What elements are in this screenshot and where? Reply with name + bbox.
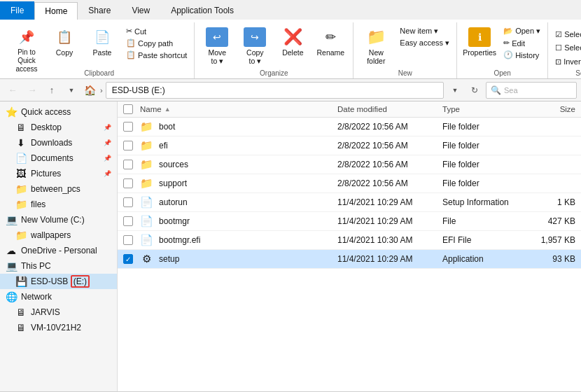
autorun-checkbox[interactable] [123, 197, 133, 207]
sidebar-item-esd-usb[interactable]: 💾 ESD-USB (E:) [0, 274, 117, 289]
sidebar-item-pictures[interactable]: 🖼 Pictures 📌 [0, 166, 117, 181]
sidebar-item-between-pcs[interactable]: 📁 between_pcs [0, 181, 117, 197]
copy-path-button[interactable]: 📋 Copy path [123, 37, 190, 49]
setup-checkbox[interactable]: ✓ [123, 254, 133, 264]
file-row-boot[interactable]: 📁 boot 2/8/2022 10:56 AM File folder [118, 118, 581, 136]
sidebar-item-network[interactable]: 🌐 Network [0, 289, 117, 304]
file-row-sources[interactable]: 📁 sources 2/8/2022 10:56 AM File folder [118, 155, 581, 174]
sources-folder-icon: 📁 [140, 158, 153, 171]
file-row-autorun[interactable]: 📄 autorun 11/4/2021 10:29 AM Setup Infor… [118, 193, 581, 212]
sidebar: ⭐ Quick access 🖥 Desktop 📌 ⬇ Downloads 📌… [0, 102, 118, 391]
sources-checkbox[interactable] [123, 160, 133, 169]
header-name[interactable]: Name ▲ [140, 105, 337, 113]
address-path-text: ESD-USB (E:) [112, 85, 165, 95]
copy-to-button[interactable]: ↪ Copyto ▾ [237, 25, 273, 67]
sidebar-item-quick-access[interactable]: ⭐ Quick access [0, 104, 117, 120]
setup-date: 11/4/2021 10:29 AM [337, 254, 442, 264]
bootmgr-efi-name: bootmgr.efi [159, 235, 200, 245]
ribbon-group-new: 📁 Newfolder New item ▾ Easy access ▾ New [354, 22, 457, 78]
file-row-support[interactable]: 📁 support 2/8/2022 10:56 AM File folder [118, 174, 581, 193]
tab-apptools[interactable]: Application Tools [160, 1, 244, 20]
sidebar-label-between-pcs: between_pcs [31, 184, 111, 194]
search-placeholder: Sea [504, 86, 518, 94]
header-type[interactable]: Type [442, 105, 526, 113]
paste-button[interactable]: 📄 Paste [84, 25, 120, 59]
bootmgr-size: 427 KB [526, 216, 575, 226]
boot-folder-icon: 📁 [140, 120, 153, 133]
sources-date: 2/8/2022 10:56 AM [337, 160, 442, 169]
copy-button[interactable]: 📋 Copy [46, 25, 83, 59]
sidebar-label-files: files [31, 200, 111, 209]
efi-name: efi [159, 141, 168, 150]
move-to-button[interactable]: ↩ Moveto ▾ [199, 25, 235, 67]
sidebar-item-this-pc[interactable]: 💻 This PC [0, 258, 117, 274]
invert-selection-button[interactable]: ⊡ Invert selection [552, 56, 581, 68]
copy-path-icon: 📋 [126, 38, 136, 48]
between-pcs-icon: 📁 [15, 183, 27, 195]
tab-file[interactable]: File [0, 1, 34, 20]
sidebar-item-jarvis[interactable]: 🖥 JARVIS [0, 304, 117, 320]
autorun-type: Setup Information [442, 197, 526, 207]
sidebar-item-vm[interactable]: 🖥 VM-10V21H2 [0, 320, 117, 335]
header-checkbox-box[interactable] [123, 104, 133, 114]
address-dropdown-button[interactable]: ▼ [447, 82, 463, 99]
rename-icon: ✏ [319, 27, 342, 47]
easy-access-button[interactable]: Easy access ▾ [397, 37, 452, 49]
sidebar-item-downloads[interactable]: ⬇ Downloads 📌 [0, 135, 117, 150]
bootmgr-efi-date: 11/4/2021 10:30 AM [337, 235, 442, 245]
new-folder-button[interactable]: 📁 Newfolder [358, 25, 394, 67]
efi-checkbox[interactable] [123, 141, 133, 150]
file-row-bootmgr[interactable]: 📄 bootmgr 11/4/2021 10:29 AM File 427 KB [118, 212, 581, 231]
new-item-button[interactable]: New item ▾ [397, 25, 452, 37]
file-row-bootmgr-efi[interactable]: 📄 bootmgr.efi 11/4/2021 10:30 AM EFI Fil… [118, 231, 581, 250]
setup-type: Application [442, 254, 526, 264]
wallpapers-icon: 📁 [15, 230, 27, 241]
copy-label: Copy [56, 48, 74, 57]
sources-type: File folder [442, 160, 526, 169]
history-button[interactable]: 🕐 History [500, 49, 543, 61]
open-button[interactable]: 📂 Open ▾ [500, 25, 543, 37]
properties-button[interactable]: ℹ Properties [461, 25, 498, 59]
sidebar-item-documents[interactable]: 📄 Documents 📌 [0, 150, 117, 166]
desktop-pin-icon: 📌 [104, 124, 111, 131]
select-all-button[interactable]: ☑ Select all [552, 29, 581, 41]
sidebar-item-wallpapers[interactable]: 📁 wallpapers [0, 227, 117, 243]
boot-checkbox[interactable] [123, 122, 133, 132]
network-icon: 🌐 [6, 291, 17, 302]
cut-button[interactable]: ✂ Cut [123, 25, 190, 37]
search-box[interactable]: 🔍 Sea [486, 82, 577, 99]
sidebar-item-onedrive[interactable]: ☁ OneDrive - Personal [0, 243, 117, 258]
bootmgr-efi-checkbox[interactable] [123, 235, 133, 245]
pin-to-quick-access-button[interactable]: 📌 Pin to Quickaccess [8, 25, 45, 76]
sidebar-label-wallpapers: wallpapers [31, 230, 111, 240]
header-size[interactable]: Size [526, 105, 575, 113]
bootmgr-efi-file-icon: 📄 [140, 234, 153, 246]
edit-button[interactable]: ✏ Edit [500, 37, 543, 49]
paste-shortcut-button[interactable]: 📋 Paste shortcut [123, 49, 190, 61]
downloads-icon: ⬇ [15, 137, 27, 148]
tab-share[interactable]: Share [78, 1, 121, 20]
tab-view[interactable]: View [121, 1, 160, 20]
refresh-button[interactable]: ↻ [466, 82, 483, 99]
quick-access-icon: ⭐ [6, 106, 17, 118]
support-checkbox[interactable] [123, 178, 133, 188]
select-none-button[interactable]: ☐ Select none [552, 42, 581, 54]
sidebar-item-files[interactable]: 📁 files [0, 197, 117, 212]
sidebar-item-new-volume[interactable]: 💻 New Volume (C:) [0, 212, 117, 227]
rename-button[interactable]: ✏ Rename [312, 25, 349, 59]
file-row-efi[interactable]: 📁 efi 2/8/2022 10:56 AM File folder [118, 136, 581, 155]
file-row-setup[interactable]: ✓ ⚙ setup 11/4/2021 10:29 AM Application… [118, 250, 581, 269]
sidebar-item-desktop[interactable]: 🖥 Desktop 📌 [0, 120, 117, 135]
select-label: Select [548, 69, 581, 77]
paste-label: Paste [93, 48, 112, 57]
header-checkbox[interactable] [123, 104, 140, 114]
bootmgr-type: File [442, 216, 526, 226]
sidebar-label-documents: Documents [31, 153, 99, 163]
open-icon: 📂 [503, 27, 513, 36]
header-date[interactable]: Date modified [337, 105, 442, 113]
sidebar-label-jarvis: JARVIS [31, 307, 111, 317]
bootmgr-checkbox[interactable] [123, 216, 133, 226]
tab-home[interactable]: Home [34, 2, 78, 20]
bootmgr-name: bootmgr [159, 216, 190, 226]
delete-button[interactable]: ❌ Delete [274, 25, 311, 59]
